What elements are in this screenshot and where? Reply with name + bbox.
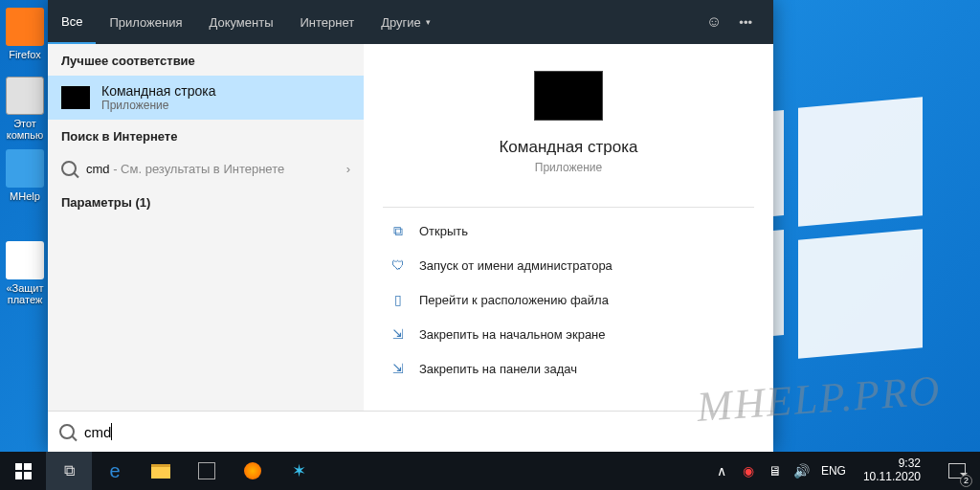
notifications-button[interactable]: 2 [938, 452, 976, 490]
tray-security-icon[interactable]: ◉ [741, 463, 756, 479]
task-view-button[interactable]: ⧉ [46, 452, 92, 490]
settings-heading[interactable]: Параметры (1) [48, 186, 364, 217]
feedback-icon[interactable]: ☺ [706, 13, 722, 31]
web-search-heading: Поиск в Интернете [48, 120, 364, 151]
cmd-thumb-icon [61, 86, 90, 109]
open-icon: ⧉ [390, 223, 406, 238]
more-icon[interactable]: ••• [739, 15, 752, 30]
chevron-right-icon: › [346, 162, 350, 176]
pin-start-icon: ⇲ [390, 326, 406, 342]
preview-title: Командная строка [499, 138, 637, 157]
explorer-button[interactable] [138, 452, 184, 490]
firefox-icon [244, 462, 261, 479]
action-pin-taskbar[interactable]: ⇲Закрепить на панели задач [383, 351, 754, 386]
search-tabs: Все Приложения Документы Интернет Другие… [48, 0, 773, 44]
start-search-panel: Все Приложения Документы Интернет Другие… [48, 0, 773, 452]
tab-more[interactable]: Другие▾ [368, 0, 444, 44]
web-result-item[interactable]: cmd - См. результаты в Интернете › [48, 151, 364, 186]
best-match-title: Командная строка [101, 83, 215, 99]
store-icon [198, 462, 215, 479]
tab-internet[interactable]: Интернет [286, 0, 368, 44]
results-left: Лучшее соответствие Командная строка При… [48, 44, 364, 411]
results-preview: Командная строка Приложение ⧉Открыть 🛡За… [364, 44, 773, 411]
task-view-icon: ⧉ [64, 462, 75, 479]
tab-apps[interactable]: Приложения [96, 0, 195, 44]
search-icon [59, 424, 75, 439]
folder-icon [151, 464, 170, 479]
best-match-item[interactable]: Командная строка Приложение [48, 76, 364, 120]
store-button[interactable] [184, 452, 230, 490]
start-button[interactable] [0, 452, 46, 490]
tray-language[interactable]: ENG [821, 464, 846, 478]
edge-icon: e [109, 460, 120, 482]
preview-subtitle: Приложение [535, 161, 602, 174]
text-cursor [111, 423, 112, 440]
tray-chevron-icon[interactable]: ∧ [714, 463, 729, 479]
tray-volume-icon[interactable]: 🔊 [794, 463, 810, 479]
edge-button[interactable]: e [92, 452, 138, 490]
windows-icon [15, 463, 32, 479]
folder-icon: ▯ [390, 292, 406, 307]
best-match-sub: Приложение [101, 99, 215, 112]
app-icon: ✶ [292, 460, 306, 481]
chevron-down-icon: ▾ [426, 17, 431, 27]
search-input-text[interactable]: cmd [84, 424, 111, 440]
firefox-button[interactable] [230, 452, 276, 490]
cmd-preview-icon [534, 71, 603, 121]
tab-all[interactable]: Все [48, 0, 96, 44]
shield-icon: 🛡 [390, 257, 406, 273]
action-open[interactable]: ⧉Открыть [383, 213, 754, 248]
action-run-admin[interactable]: 🛡Запуск от имени администратора [383, 248, 754, 282]
action-pin-start[interactable]: ⇲Закрепить на начальном экране [383, 317, 754, 351]
tray-network-icon[interactable]: 🖥 [768, 463, 783, 479]
search-bar[interactable]: cmd [48, 411, 773, 452]
app-button[interactable]: ✶ [276, 452, 322, 490]
tab-docs[interactable]: Документы [195, 0, 286, 44]
search-icon [61, 161, 77, 176]
tray-clock[interactable]: 9:32 10.11.2020 [858, 457, 926, 484]
taskbar: ⧉ e ✶ ∧ ◉ 🖥 🔊 ENG 9:32 10.11.2020 2 [0, 452, 980, 490]
action-open-location[interactable]: ▯Перейти к расположению файла [383, 282, 754, 317]
pin-taskbar-icon: ⇲ [390, 361, 406, 376]
notification-badge: 2 [960, 475, 972, 487]
best-match-heading: Лучшее соответствие [48, 44, 364, 76]
